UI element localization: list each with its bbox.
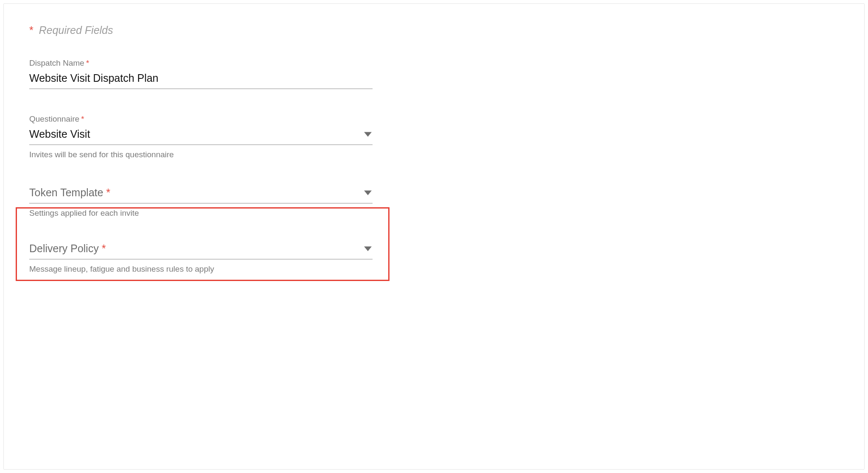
field-token-template: Token Template * Settings applied for ea… xyxy=(29,185,373,218)
required-asterisk: * xyxy=(106,186,111,198)
field-questionnaire: Questionnaire * Website Visit Invites wi… xyxy=(29,114,373,159)
dispatch-name-input[interactable]: Website Visit Dispatch Plan xyxy=(29,70,373,89)
required-fields-note: * Required Fields xyxy=(29,24,839,36)
delivery-policy-helper: Message lineup, fatigue and business rul… xyxy=(29,264,373,274)
required-asterisk: * xyxy=(102,242,106,254)
form-panel: * Required Fields Dispatch Name * Websit… xyxy=(3,3,865,470)
questionnaire-value: Website Visit xyxy=(29,128,90,140)
dispatch-name-value: Website Visit Dispatch Plan xyxy=(29,72,159,84)
field-dispatch-name: Dispatch Name * Website Visit Dispatch P… xyxy=(29,58,373,89)
required-asterisk: * xyxy=(86,58,89,68)
questionnaire-label-row: Questionnaire * xyxy=(29,114,373,124)
questionnaire-select[interactable]: Website Visit xyxy=(29,126,373,145)
dispatch-name-label: Dispatch Name xyxy=(29,58,84,68)
required-asterisk: * xyxy=(29,24,33,36)
chevron-down-icon xyxy=(364,190,372,195)
token-template-helper: Settings applied for each invite xyxy=(29,209,373,218)
required-fields-label: Required Fields xyxy=(39,24,113,36)
chevron-down-icon xyxy=(364,246,372,251)
dispatch-name-label-row: Dispatch Name * xyxy=(29,58,373,68)
token-template-select[interactable]: Token Template * xyxy=(29,185,373,203)
chevron-down-icon xyxy=(364,132,372,137)
field-delivery-policy: Delivery Policy * Message lineup, fatigu… xyxy=(29,241,373,274)
delivery-policy-select[interactable]: Delivery Policy * xyxy=(29,241,373,259)
questionnaire-label: Questionnaire xyxy=(29,114,79,124)
token-template-placeholder: Token Template * xyxy=(29,186,110,199)
questionnaire-helper: Invites will be send for this questionna… xyxy=(29,150,373,159)
required-asterisk: * xyxy=(81,114,84,124)
token-template-label: Token Template xyxy=(29,186,103,198)
delivery-policy-label: Delivery Policy xyxy=(29,242,99,254)
delivery-policy-placeholder: Delivery Policy * xyxy=(29,242,106,255)
